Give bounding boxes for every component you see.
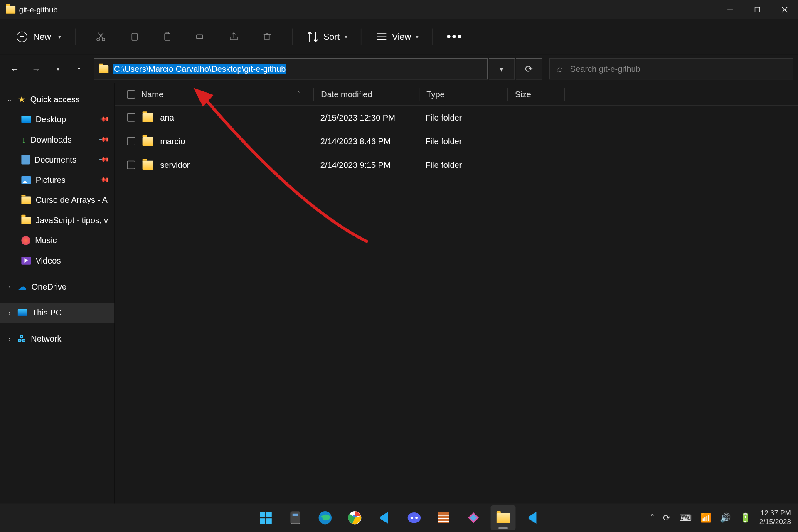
tray-sync-icon[interactable]: ⟳ <box>663 512 671 523</box>
pc-icon <box>18 309 27 316</box>
chevron-down-icon: ⌄ <box>6 95 13 103</box>
taskbar: ˄ ⟳ ⌨ 📶 🔊 🔋 12:37 PM 2/15/2023 <box>0 503 798 532</box>
cut-button[interactable] <box>89 25 113 48</box>
document-icon <box>21 155 30 165</box>
refresh-button[interactable]: ⟳ <box>516 58 542 79</box>
sidebar-item-music[interactable]: Music <box>0 230 115 251</box>
up-button[interactable]: ↑ <box>69 59 89 79</box>
svg-rect-8 <box>132 33 137 40</box>
paste-button[interactable] <box>155 25 179 48</box>
column-size[interactable]: Size <box>508 83 564 105</box>
taskbar-app[interactable] <box>431 505 456 530</box>
new-button[interactable]: + New ▾ <box>11 27 67 45</box>
svg-point-5 <box>102 38 105 40</box>
column-date[interactable]: Date modified <box>314 83 419 105</box>
sidebar-item-folder[interactable]: JavaScript - tipos, v <box>0 210 115 230</box>
tray-wifi-icon[interactable]: 📶 <box>700 512 712 523</box>
taskbar-edge[interactable] <box>313 505 337 530</box>
video-icon <box>21 256 31 264</box>
delete-button[interactable] <box>255 25 279 48</box>
minimize-button[interactable] <box>716 0 744 19</box>
folder-icon <box>143 113 153 122</box>
taskbar-vscode[interactable] <box>372 505 397 530</box>
folder-icon <box>143 137 153 145</box>
view-button[interactable]: View ▾ <box>369 26 424 47</box>
address-path: C:\Users\Marcio Carvalho\Desktop\git-e-g… <box>113 64 286 74</box>
maximize-button[interactable] <box>744 0 771 19</box>
sort-label: Sort <box>323 32 340 42</box>
tray-battery-icon[interactable]: 🔋 <box>740 512 751 523</box>
command-toolbar: + New ▾ Sort ▾ View <box>0 19 798 55</box>
tray-volume-icon[interactable]: 🔊 <box>720 512 731 523</box>
search-box[interactable]: ⌕ <box>549 58 793 79</box>
chevron-right-icon: › <box>6 335 13 342</box>
recent-button[interactable]: ▾ <box>47 59 68 79</box>
pictures-icon <box>21 176 31 184</box>
back-button[interactable]: ← <box>5 59 25 79</box>
chevron-right-icon: › <box>6 283 13 290</box>
music-icon <box>21 236 30 244</box>
taskbar-explorer[interactable] <box>490 505 515 530</box>
close-button[interactable] <box>771 0 798 19</box>
chevron-right-icon: › <box>6 309 13 316</box>
taskbar-chrome[interactable] <box>342 505 367 530</box>
tray-expand-icon[interactable]: ˄ <box>650 512 655 523</box>
svg-rect-18 <box>266 512 271 517</box>
column-type[interactable]: Type <box>419 83 507 105</box>
taskbar-calculator[interactable] <box>283 505 308 530</box>
network-icon: 🖧 <box>18 334 26 344</box>
copy-button[interactable] <box>122 25 146 48</box>
sort-button[interactable]: Sort ▾ <box>301 26 352 47</box>
file-row[interactable]: marcio 2/14/2023 8:46 PM File folder <box>115 129 798 153</box>
forward-button[interactable]: → <box>26 59 47 79</box>
column-headers: Name ˄ Date modified Type Size <box>115 83 798 106</box>
sidebar-network[interactable]: › 🖧 Network <box>0 329 115 349</box>
file-list-pane: Name ˄ Date modified Type Size ana 2/15/… <box>115 83 798 514</box>
sidebar-item-videos[interactable]: Videos <box>0 250 115 271</box>
svg-rect-11 <box>197 35 203 39</box>
column-name[interactable]: Name ˄ <box>115 83 313 105</box>
svg-rect-17 <box>260 512 265 517</box>
sidebar: ⌄ ★ Quick access Desktop 📌 ↓ Downloads 📌… <box>0 83 115 514</box>
chevron-down-icon: ▾ <box>416 33 419 40</box>
svg-point-26 <box>407 512 420 523</box>
window-title: git-e-github <box>19 5 58 14</box>
share-button[interactable] <box>222 25 246 48</box>
row-checkbox[interactable] <box>127 113 135 122</box>
sort-asc-icon: ˄ <box>297 91 300 97</box>
search-input[interactable] <box>570 64 786 74</box>
tray-clock[interactable]: 12:37 PM 2/15/2023 <box>759 509 791 527</box>
file-row[interactable]: ana 2/15/2023 12:30 PM File folder <box>115 106 798 129</box>
taskbar-discord[interactable] <box>401 505 426 530</box>
svg-point-4 <box>97 38 99 40</box>
svg-rect-22 <box>292 514 298 516</box>
star-icon: ★ <box>18 94 26 105</box>
sidebar-quick-access[interactable]: ⌄ ★ Quick access <box>0 89 115 109</box>
sort-icon <box>305 30 320 44</box>
taskbar-start[interactable] <box>253 505 278 530</box>
more-button[interactable]: ••• <box>441 30 468 43</box>
file-row[interactable]: servidor 2/14/2023 9:15 PM File folder <box>115 153 798 177</box>
row-checkbox[interactable] <box>127 137 135 145</box>
address-bar[interactable]: C:\Users\Marcio Carvalho\Desktop\git-e-g… <box>94 58 488 79</box>
folder-icon <box>21 196 31 204</box>
chevron-down-icon: ▾ <box>58 33 61 40</box>
select-all-checkbox[interactable] <box>127 90 135 98</box>
sidebar-item-documents[interactable]: Documents 📌 <box>0 150 115 170</box>
sidebar-item-folder[interactable]: Curso de Arrays - A <box>0 190 115 210</box>
plus-icon: + <box>17 31 27 42</box>
sidebar-item-pictures[interactable]: Pictures 📌 <box>0 170 115 190</box>
rename-button[interactable] <box>189 25 212 48</box>
sidebar-this-pc[interactable]: › This PC <box>0 303 115 323</box>
svg-rect-1 <box>755 7 759 12</box>
tray-keyboard-icon[interactable]: ⌨ <box>679 512 692 523</box>
taskbar-vscode-insiders[interactable] <box>520 505 545 530</box>
view-label: View <box>392 32 411 42</box>
address-dropdown-button[interactable]: ▾ <box>489 58 515 79</box>
row-checkbox[interactable] <box>127 161 135 169</box>
sidebar-item-downloads[interactable]: ↓ Downloads 📌 <box>0 129 115 150</box>
sidebar-item-desktop[interactable]: Desktop 📌 <box>0 109 115 130</box>
taskbar-app[interactable] <box>461 505 485 530</box>
sidebar-onedrive[interactable]: › ☁ OneDrive <box>0 276 115 297</box>
cloud-icon: ☁ <box>18 281 27 292</box>
